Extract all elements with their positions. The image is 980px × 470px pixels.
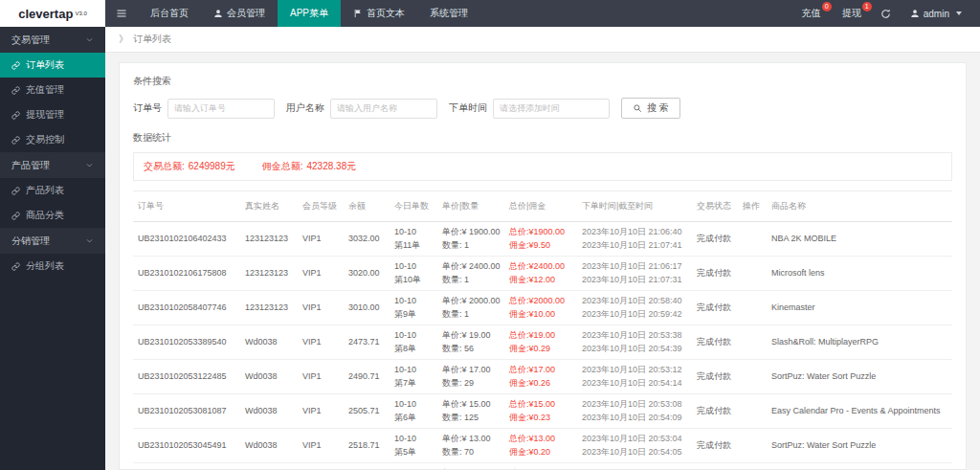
sidebar-item-order-list[interactable]: 订单列表 bbox=[0, 53, 105, 78]
sidebar: 交易管理 订单列表 充值管理 提现管理 交易控制 产品管理 产品列表 bbox=[0, 27, 105, 470]
cell-price-qty: 单价:¥ 10.00数量: 112 bbox=[437, 463, 504, 470]
table-row: UB2310102058407746 123123123 VIP1 3010.0… bbox=[133, 291, 952, 325]
cell-status: 完成付款 bbox=[692, 394, 738, 429]
link-icon bbox=[11, 262, 20, 271]
username-input[interactable] bbox=[330, 99, 437, 119]
order-no-input[interactable] bbox=[167, 99, 275, 119]
brand-logo[interactable]: clevertap V3.0 bbox=[0, 0, 105, 27]
sidebar-item-recharge-mgmt[interactable]: 充值管理 bbox=[0, 78, 105, 102]
content: 条件搜索 订单号 用户名称 下单时间 bbox=[105, 53, 980, 470]
withdraw-badge: 1 bbox=[862, 2, 872, 11]
cell-product: Sonic Dash bbox=[767, 463, 952, 470]
cell-action bbox=[738, 394, 767, 429]
trade-total-value: 6249989元 bbox=[189, 160, 235, 173]
column-header-product: 商品名称 bbox=[767, 191, 952, 222]
cell-total-commission: 总价:¥2400.00佣金:¥12.00 bbox=[504, 257, 577, 291]
top-nav: 后台首页 会员管理 APP菜单 首页文本 系统管理 bbox=[138, 0, 480, 27]
withdraw-link[interactable]: 提现 1 bbox=[832, 0, 872, 27]
cell-balance: 3010.00 bbox=[344, 291, 390, 325]
column-header-price-qty: 单价|数量 bbox=[437, 191, 504, 222]
sidebar-item-label: 充值管理 bbox=[26, 83, 64, 97]
cell-total-commission: 总价:¥13.00佣金:¥0.20 bbox=[504, 429, 577, 463]
search-icon bbox=[633, 103, 642, 113]
sidebar-item-trade-control[interactable]: 交易控制 bbox=[0, 127, 105, 152]
brand-version: V3.0 bbox=[75, 11, 86, 16]
sidebar-group-distribution[interactable]: 分销管理 bbox=[0, 228, 105, 254]
column-header-times: 下单时间|截至时间 bbox=[577, 191, 692, 222]
sidebar-item-group-list[interactable]: 分组列表 bbox=[0, 254, 105, 279]
withdraw-label: 提现 bbox=[842, 7, 861, 20]
commission-total-label: 佣金总额: bbox=[262, 160, 303, 173]
nav-members[interactable]: 会员管理 bbox=[201, 0, 278, 27]
cell-balance: 2505.71 bbox=[344, 394, 390, 429]
cell-price-qty: 单价:¥ 15.00数量: 125 bbox=[437, 394, 504, 429]
admin-menu[interactable]: admin bbox=[900, 0, 972, 27]
breadcrumb: 》 订单列表 bbox=[105, 27, 980, 53]
cell-order-no: UB2310102052599019 bbox=[133, 463, 240, 470]
sidebar-item-label: 订单列表 bbox=[26, 58, 64, 72]
cell-order-no: UB2310102053081087 bbox=[133, 394, 240, 429]
nav-dashboard[interactable]: 后台首页 bbox=[138, 0, 201, 27]
commission-total: 佣金总额: 42328.38元 bbox=[262, 160, 357, 173]
column-header-total-commission: 总价|佣金 bbox=[504, 191, 577, 222]
cell-daily-count: 10-10第5单 bbox=[390, 429, 437, 463]
cell-product: Kinemaster bbox=[767, 291, 952, 325]
cell-total-commission: 总价:¥1900.00佣金:¥9.50 bbox=[504, 222, 577, 257]
recharge-link[interactable]: 充值 0 bbox=[791, 0, 832, 27]
cell-real-name: Wd0038 bbox=[240, 463, 298, 470]
stats-section-title: 数据统计 bbox=[133, 131, 952, 145]
sidebar-item-goods-category[interactable]: 商品分类 bbox=[0, 203, 105, 228]
cell-times: 2023年10月10日 20:53:082023年10月10日 20:54:09 bbox=[577, 394, 692, 429]
stats-box: 交易总额: 6249989元 佣金总额: 42328.38元 bbox=[133, 152, 952, 181]
cell-order-no: UB2310102053389540 bbox=[133, 325, 240, 360]
refresh-icon bbox=[880, 9, 891, 19]
table-row: UB2310102106402433 123123123 VIP1 3032.0… bbox=[133, 222, 952, 257]
cell-times: 2023年10月10日 20:53:042023年10月10日 20:54:05 bbox=[577, 429, 692, 463]
trade-total: 交易总额: 6249989元 bbox=[144, 160, 235, 173]
cell-level: VIP1 bbox=[298, 429, 344, 463]
sidebar-item-label: 提现管理 bbox=[26, 108, 64, 122]
sidebar-item-product-list[interactable]: 产品列表 bbox=[0, 178, 105, 203]
refresh-button[interactable] bbox=[872, 0, 900, 27]
user-icon bbox=[213, 9, 223, 18]
cell-balance: 2490.71 bbox=[344, 360, 390, 394]
cell-daily-count: 10-10第6单 bbox=[390, 394, 437, 429]
nav-home-text[interactable]: 首页文本 bbox=[341, 0, 417, 27]
nav-app-menu[interactable]: APP菜单 bbox=[278, 0, 341, 27]
search-button[interactable]: 搜 索 bbox=[621, 98, 680, 119]
sidebar-item-withdraw-mgmt[interactable]: 提现管理 bbox=[0, 102, 105, 127]
sidebar-group-product[interactable]: 产品管理 bbox=[0, 152, 105, 178]
nav-system[interactable]: 系统管理 bbox=[417, 0, 480, 27]
recharge-badge: 0 bbox=[822, 2, 832, 11]
sidebar-item-label: 商品分类 bbox=[26, 209, 64, 222]
order-time-input[interactable] bbox=[493, 99, 610, 119]
sidebar-group-trade[interactable]: 交易管理 bbox=[0, 27, 105, 53]
table-row: UB2310102052599019 Wd0038 VIP1 2528.71 1… bbox=[133, 463, 952, 470]
link-icon bbox=[11, 136, 20, 145]
sidebar-group-label: 交易管理 bbox=[11, 34, 50, 47]
link-icon bbox=[11, 86, 20, 95]
main-area: 》 订单列表 条件搜索 订单号 用户名称 下单时间 bbox=[105, 27, 980, 470]
cell-daily-count: 10-10第9单 bbox=[390, 291, 437, 325]
breadcrumb-label: 订单列表 bbox=[133, 33, 171, 46]
cell-daily-count: 10-10第7单 bbox=[390, 360, 437, 394]
cell-real-name: 123123123 bbox=[240, 222, 298, 257]
table-row: UB2310102053081087 Wd0038 VIP1 2505.71 1… bbox=[133, 394, 952, 429]
topbar-right: 充值 0 提现 1 admin bbox=[791, 0, 980, 27]
column-header-balance: 余额 bbox=[344, 191, 390, 222]
cell-times: 2023年10月10日 20:58:402023年10月10日 20:59:42 bbox=[577, 291, 692, 325]
commission-total-value: 42328.38元 bbox=[307, 160, 357, 173]
cell-level: VIP1 bbox=[298, 463, 344, 470]
chevron-down-icon bbox=[85, 236, 94, 245]
cell-daily-count: 10-10第8单 bbox=[390, 325, 437, 360]
chevron-down-icon bbox=[85, 35, 94, 44]
cell-times: 2023年10月10日 21:06:172023年10月10日 21:07:31 bbox=[577, 257, 692, 291]
cell-balance: 2528.71 bbox=[344, 463, 390, 470]
menu-toggle-icon[interactable] bbox=[105, 0, 138, 27]
username-label: 用户名称 bbox=[286, 101, 324, 115]
cell-level: VIP1 bbox=[298, 291, 344, 325]
order-no-label: 订单号 bbox=[133, 101, 162, 115]
column-header-action: 操作 bbox=[738, 191, 767, 222]
cell-times: 2023年10月10日 21:06:402023年10月10日 21:07:41 bbox=[577, 222, 692, 257]
cell-product: SortPuz: Water Sort Puzzle bbox=[767, 429, 952, 463]
